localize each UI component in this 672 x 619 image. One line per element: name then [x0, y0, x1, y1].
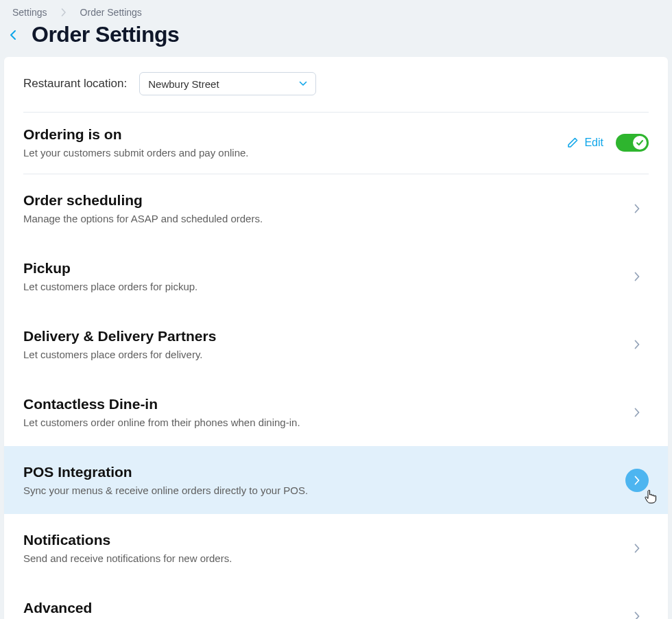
settings-card: Restaurant location: Newbury Street Orde…: [4, 57, 668, 619]
section-desc: Let your customers submit orders and pay…: [23, 147, 566, 159]
section-desc: Let customers place orders for pickup.: [23, 281, 625, 292]
section-title: Delivery & Delivery Partners: [23, 328, 625, 344]
section-desc: Let customers place orders for delivery.: [23, 349, 625, 360]
chevron-right-icon: [625, 537, 649, 560]
section-title: Notifications: [23, 532, 625, 548]
location-select[interactable]: Newbury Street: [139, 72, 316, 95]
section-dinein[interactable]: Contactless Dine-in Let customers order …: [4, 378, 668, 446]
location-label: Restaurant location:: [23, 77, 127, 91]
breadcrumb-current: Order Settings: [80, 7, 142, 18]
section-desc: Sync your menus & receive online orders …: [23, 484, 625, 496]
section-desc: Send and receive notifications for new o…: [23, 552, 625, 564]
chevron-right-icon: [625, 605, 649, 620]
section-title: POS Integration: [23, 464, 625, 480]
pencil-icon: [566, 137, 579, 149]
ordering-toggle[interactable]: [616, 134, 649, 152]
section-title: Ordering is on: [23, 126, 566, 143]
section-scheduling[interactable]: Order scheduling Manage the options for …: [4, 174, 668, 242]
chevron-right-icon: [61, 8, 67, 16]
cursor-icon: [645, 489, 657, 504]
section-desc: Let customers order online from their ph…: [23, 417, 625, 428]
check-icon: [633, 136, 647, 150]
chevron-right-icon: [625, 265, 649, 288]
chevron-down-icon: [299, 81, 307, 86]
section-advanced[interactable]: Advanced Set up additional options such …: [4, 582, 668, 619]
section-delivery[interactable]: Delivery & Delivery Partners Let custome…: [4, 310, 668, 378]
chevron-right-icon: [625, 469, 649, 492]
breadcrumb-root[interactable]: Settings: [12, 7, 47, 18]
location-row: Restaurant location: Newbury Street: [4, 57, 668, 112]
title-row: Order Settings: [0, 22, 672, 57]
section-pickup[interactable]: Pickup Let customers place orders for pi…: [4, 242, 668, 310]
section-title: Contactless Dine-in: [23, 396, 625, 412]
section-ordering: Ordering is on Let your customers submit…: [4, 113, 668, 174]
section-title: Advanced: [23, 600, 625, 616]
edit-ordering-link[interactable]: Edit: [566, 137, 603, 149]
page-title: Order Settings: [32, 22, 179, 47]
chevron-right-icon: [625, 401, 649, 424]
section-title: Pickup: [23, 260, 625, 277]
section-notifications[interactable]: Notifications Send and receive notificat…: [4, 514, 668, 582]
breadcrumb: Settings Order Settings: [0, 0, 672, 22]
edit-label: Edit: [584, 137, 603, 149]
chevron-right-icon: [625, 197, 649, 220]
back-button[interactable]: [4, 26, 22, 44]
section-title: Order scheduling: [23, 192, 625, 209]
section-desc: Manage the options for ASAP and schedule…: [23, 213, 625, 224]
chevron-right-icon: [625, 333, 649, 356]
section-pos-integration[interactable]: POS Integration Sync your menus & receiv…: [4, 446, 668, 514]
location-value: Newbury Street: [148, 78, 219, 90]
